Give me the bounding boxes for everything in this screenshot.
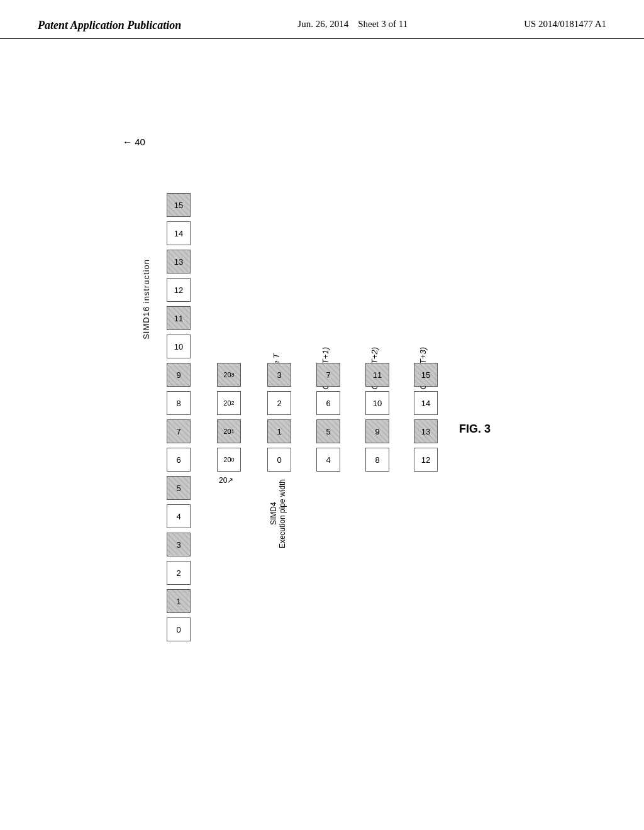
cycleT2-10: 10 — [365, 391, 389, 415]
cell-7: 7 — [167, 419, 191, 443]
ref-20-label: 20↗ — [219, 476, 233, 485]
cell-11: 11 — [167, 306, 191, 330]
cycleT3-12: 12 — [414, 448, 438, 472]
cell-1: 1 — [167, 589, 191, 613]
cycleT2-8: 8 — [365, 448, 389, 472]
cell-3: 3 — [167, 533, 191, 556]
cell-6: 6 — [167, 448, 191, 472]
cycleT3-15: 15 — [414, 363, 438, 387]
reg20-3: 203 — [217, 363, 241, 387]
cell-15: 15 — [167, 193, 191, 217]
cycleT3-13: 13 — [414, 419, 438, 443]
cycleT2-9: 9 — [365, 419, 389, 443]
reg20-1: 201 — [217, 419, 241, 443]
fig-3-label: FIG. 3 — [459, 423, 491, 436]
cell-12: 12 — [167, 278, 191, 302]
cell-10: 10 — [167, 335, 191, 358]
cycleT-0: 0 — [267, 448, 291, 472]
simd16-label: SIMD16 instruction — [142, 259, 151, 340]
header-right: US 2014/0181477 A1 — [524, 19, 606, 30]
header-center: Jun. 26, 2014 Sheet 3 of 11 — [297, 19, 408, 30]
cell-2: 2 — [167, 561, 191, 585]
cycleT2-11: 11 — [365, 363, 389, 387]
header-left: Patent Application Publication — [38, 19, 181, 32]
cycleT1-6: 6 — [316, 391, 340, 415]
cycleT3-14: 14 — [414, 391, 438, 415]
reg20-0: 200 — [217, 448, 241, 472]
cell-14: 14 — [167, 221, 191, 245]
ref-40-label: ← 40 — [123, 136, 145, 147]
cell-9: 9 — [167, 363, 191, 387]
cell-0: 0 — [167, 617, 191, 641]
cycleT-3: 3 — [267, 363, 291, 387]
simd4-label: SIMD4Execution pipe width — [269, 479, 287, 548]
page-header: Patent Application Publication Jun. 26, … — [0, 0, 644, 39]
cell-4: 4 — [167, 504, 191, 528]
cell-13: 13 — [167, 250, 191, 274]
cell-5: 5 — [167, 476, 191, 500]
cycleT-1: 1 — [267, 419, 291, 443]
cycleT1-7: 7 — [316, 363, 340, 387]
main-content: ← 40 SIMD16 instruction 0 1 2 3 4 5 6 7 … — [0, 39, 644, 819]
reg20-2: 202 — [217, 391, 241, 415]
cell-8: 8 — [167, 391, 191, 415]
cycleT1-4: 4 — [316, 448, 340, 472]
cycleT-2: 2 — [267, 391, 291, 415]
cycleT1-5: 5 — [316, 419, 340, 443]
